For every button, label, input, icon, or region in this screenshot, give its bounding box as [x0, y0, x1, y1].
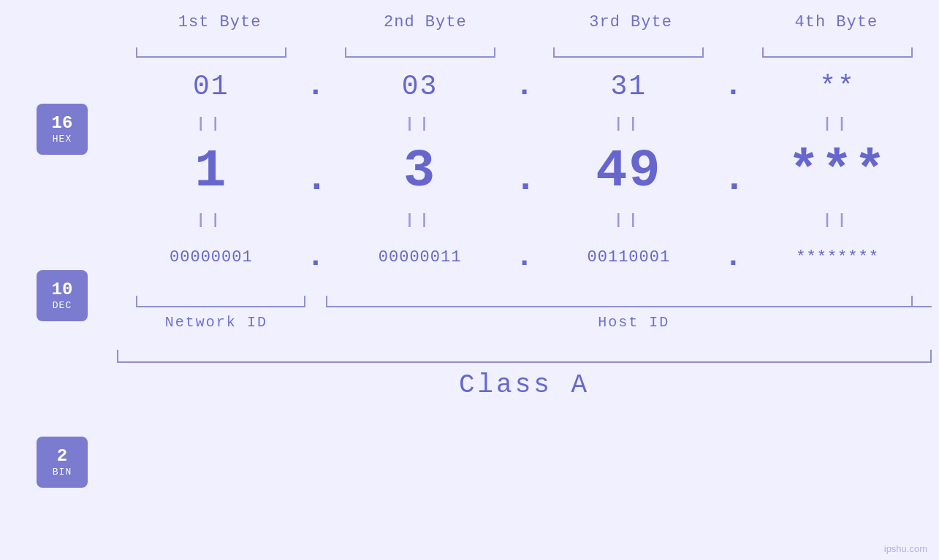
bin-dot1: .: [305, 239, 326, 275]
bracket-top-b2: [345, 56, 495, 58]
bracket-top-b3: [553, 56, 704, 58]
eq1-b1: ||: [117, 115, 305, 132]
bin-b4: ********: [743, 248, 932, 266]
dec-b2: 3: [326, 142, 514, 202]
hex-b3: 31: [535, 71, 723, 102]
hex-dot1: .: [305, 69, 326, 104]
dec-badge-label: DEC: [53, 300, 72, 311]
main-container: 1st Byte 2nd Byte 3rd Byte 4th Byte 16 H…: [0, 0, 939, 560]
byte4-header: 4th Byte: [734, 13, 939, 31]
bin-badge: 2 BIN: [37, 437, 88, 488]
id-brackets-row: [117, 285, 932, 307]
hex-b4: **: [743, 71, 932, 102]
bin-badge-label: BIN: [53, 467, 72, 477]
hex-badge-num: 16: [52, 114, 73, 133]
dec-dot2: .: [514, 158, 535, 201]
bin-b3: 00110001: [535, 248, 723, 266]
dec-dot3: .: [723, 158, 743, 201]
byte3-header: 3rd Byte: [528, 13, 734, 31]
watermark: ipshu.com: [884, 543, 927, 554]
bin-dot3: .: [723, 239, 743, 275]
hex-b1: 01: [117, 71, 305, 102]
host-bracket-b2: [326, 285, 514, 307]
bin-row: 00000001 . 00000011 . 00110001 . *******…: [117, 231, 932, 283]
badges-column: 16 HEX 10 DEC 2 BIN: [0, 31, 117, 560]
byte2-header: 2nd Byte: [322, 13, 528, 31]
byte1-header: 1st Byte: [117, 13, 322, 31]
bin-b2: 00000011: [326, 248, 514, 266]
host-bracket-b3: [535, 285, 723, 307]
eq2-b1: ||: [117, 212, 305, 229]
network-id-label: Network ID: [117, 314, 316, 331]
hex-dot3: .: [723, 69, 743, 104]
bin-dot2: .: [514, 239, 535, 275]
hex-b2: 03: [326, 71, 514, 102]
eq2-b3: ||: [535, 212, 723, 229]
bin-b1: 00000001: [117, 248, 305, 266]
data-grid: 01 . 03 . 31 . ** || || || ||: [117, 31, 939, 560]
dec-row: 1 . 3 . 49 . ***: [117, 135, 932, 208]
dec-b3: 49: [535, 142, 723, 202]
hex-row: 01 . 03 . 31 . **: [117, 61, 932, 112]
host-bracket-b4: [743, 285, 932, 307]
hex-badge-label: HEX: [53, 134, 72, 145]
class-label: Class A: [117, 370, 932, 400]
eq1-b3: ||: [535, 115, 723, 132]
dec-b4: ***: [743, 142, 932, 202]
hex-badge: 16 HEX: [37, 104, 88, 155]
eq1-b4: ||: [743, 115, 932, 132]
dec-b1: 1: [117, 142, 305, 202]
eq1-b2: ||: [326, 115, 514, 132]
eq2-b2: ||: [326, 212, 514, 229]
bracket-top-b4: [762, 56, 913, 58]
dec-dot1: .: [305, 158, 326, 201]
equals-row-2: || || || ||: [117, 208, 932, 231]
byte-headers-row: 1st Byte 2nd Byte 3rd Byte 4th Byte: [0, 13, 939, 31]
hex-dot2: .: [514, 69, 535, 104]
dec-badge: 10 DEC: [37, 270, 88, 321]
dec-badge-num: 10: [52, 280, 73, 299]
bracket-top-b1: [136, 56, 286, 58]
bin-badge-num: 2: [57, 447, 67, 466]
host-id-label: Host ID: [336, 314, 932, 331]
equals-row-1: || || || ||: [117, 112, 932, 135]
network-bracket: [117, 285, 305, 307]
eq2-b4: ||: [743, 212, 932, 229]
class-bracket: [117, 341, 932, 363]
id-labels-row: Network ID Host ID: [117, 307, 932, 337]
